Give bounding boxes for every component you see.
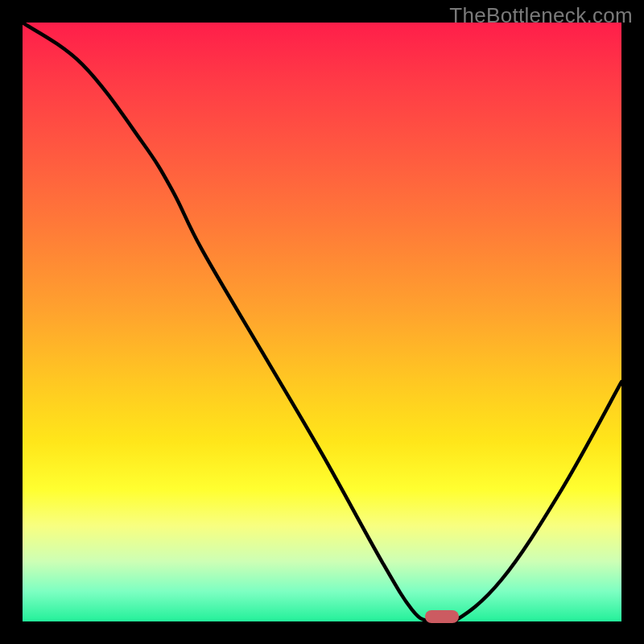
chart-frame: TheBottleneck.com [0, 0, 644, 644]
curve-path [23, 23, 621, 621]
watermark-text: TheBottleneck.com [449, 3, 633, 28]
bottleneck-curve [23, 23, 621, 621]
optimal-marker [425, 610, 459, 623]
plot-area [23, 23, 621, 621]
